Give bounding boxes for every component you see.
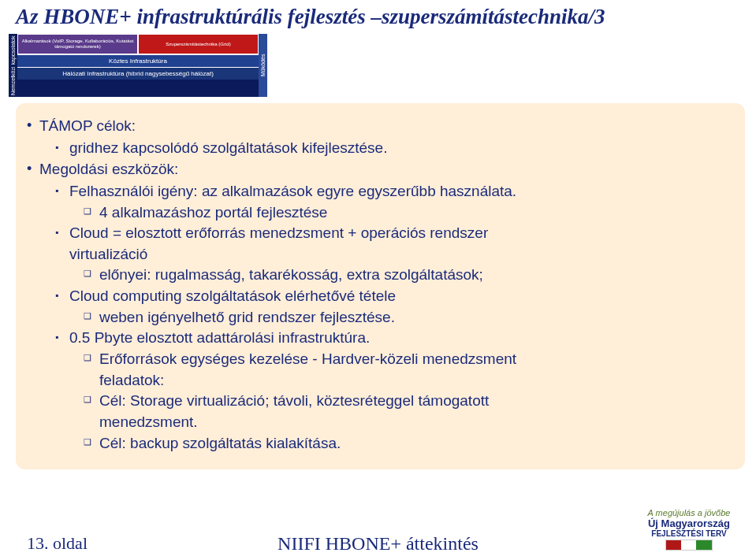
list-item: Erőforrások egységes kezelése - Hardver-… [38, 349, 724, 369]
logo-line2: FEJLESZTÉSI TERV [651, 529, 726, 538]
agenda-cell-applications: Alkalmazások (VoIP, Storage, Kollaboráci… [17, 34, 138, 54]
list-item: Megoldási eszközök: [38, 159, 724, 180]
list-item: Cloud = elosztott erőforrás menedzsment … [38, 223, 724, 243]
list-item: Cél: backup szolgáltatás kialakítása. [38, 433, 724, 454]
agenda-row-middle: Köztes Infrastruktúra [17, 54, 259, 67]
list-item: TÁMOP célok: [38, 116, 724, 136]
list-item-wrap: virtualizáció [38, 244, 724, 265]
agenda-left-label: Nemzetközi kapcsolatok [8, 34, 17, 97]
program-logo: A megújulás a jövőbe Új Magyarország FEJ… [630, 506, 748, 552]
list-item-wrap: feladatok: [38, 370, 724, 391]
list-item: Felhasználói igény: az alkalmazások egyr… [38, 181, 724, 202]
list-item: gridhez kapcsolódó szolgáltatások kifejl… [38, 138, 724, 158]
footer: 13. oldal NIIFI HBONE+ áttekintés A megú… [0, 533, 756, 554]
list-item: weben igényelhető grid rendszer fejleszt… [38, 307, 724, 328]
agenda-main: Alkalmazások (VoIP, Storage, Kollaboráci… [17, 34, 259, 97]
logo-tagline: A megújulás a jövőbe [648, 508, 731, 517]
agenda-strip: Nemzetközi kapcsolatok Alkalmazások (VoI… [8, 34, 268, 97]
agenda-top-row: Alkalmazások (VoIP, Storage, Kollaboráci… [17, 34, 259, 54]
logo-line1: Új Magyarország [648, 517, 730, 529]
agenda-row-network: Hálózati Infrastruktúra (hibrid nagysebe… [17, 67, 259, 80]
footer-title: NIIFI HBONE+ áttekintés [277, 533, 479, 554]
list-item: Cloud computing szolgáltatások elérhetőv… [38, 286, 724, 306]
page-number: 13. oldal [0, 533, 88, 554]
list-item: előnyei: rugalmasság, takarékosság, extr… [38, 265, 724, 285]
agenda-right-label: Működés [259, 34, 268, 97]
list-item: Cél: Storage virtualizáció; távoli, közt… [38, 391, 724, 411]
list-item-wrap: menedzsment. [38, 412, 724, 432]
content-box: TÁMOP célok: gridhez kapcsolódó szolgált… [16, 103, 745, 469]
flag-icon [665, 540, 713, 551]
agenda-cell-grid: Szuperszámítástechnika (Grid) [138, 34, 259, 54]
list-item: 4 alkalmazáshoz portál fejlesztése [38, 202, 724, 223]
list-item: 0.5 Pbyte elosztott adattárolási infrast… [38, 328, 724, 348]
slide-title: Az HBONE+ infrastruktúrális fejlesztés –… [0, 0, 756, 32]
